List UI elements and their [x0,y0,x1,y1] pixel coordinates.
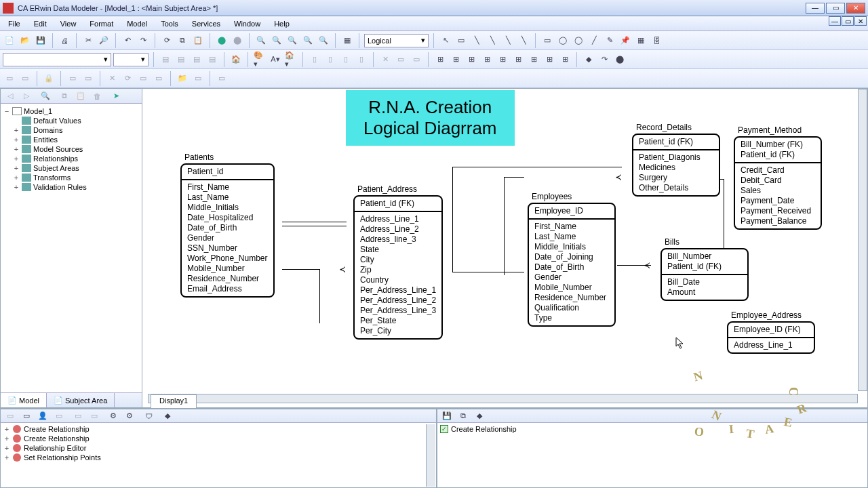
entity-employees[interactable]: Employees Employee_IDFirst_NameLast_Name… [528,192,616,327]
open-icon[interactable]: 📂 [18,34,32,47]
align-justify-icon[interactable]: ▤ [205,53,219,66]
sidebar-tab-model[interactable]: 📄Model [1,393,47,407]
redo-icon[interactable]: ↷ [136,34,150,47]
menu-window[interactable]: Window [229,18,266,29]
exp-paste-icon[interactable]: 📋 [74,89,87,103]
font-size-combo[interactable]: ▾ [113,53,149,66]
al-t9-icon[interactable]: 🛡 [142,409,155,423]
layout1-icon[interactable]: ⊞ [433,53,447,66]
tree-item[interactable]: +Model Sources [12,144,140,154]
tree-item[interactable]: +Entities [12,135,140,144]
save-icon[interactable]: 💾 [34,34,47,47]
exp-find-icon[interactable]: 🔍 [39,89,52,103]
tree-item[interactable]: +Transforms [12,173,140,182]
align-center-icon[interactable]: ▤ [174,53,188,66]
diagram-canvas[interactable]: R.N.A. Creation Logical Diagrram ≺ ≺ ≺ ≻ [148,89,858,391]
maximize-button[interactable]: ▭ [826,3,845,14]
al-t3-icon[interactable]: 👤 [36,409,50,423]
find-icon[interactable]: 🔎 [97,34,111,47]
subtype-tool-icon[interactable]: ╲ [517,34,530,47]
entity-bills[interactable]: Bills Bill_NumberPatient_id (FK)Bill_Dat… [660,237,749,301]
display-icon[interactable]: ▦ [340,34,354,47]
zoom-out-icon[interactable]: 🔍 [270,34,283,47]
action-log-vscroll[interactable] [426,424,435,487]
menu-tools[interactable]: Tools [155,18,184,29]
canvas-hscroll[interactable] [148,394,858,403]
cut-icon[interactable]: ✂ [81,34,95,47]
ungroup-icon[interactable]: ▯ [323,53,337,66]
linecolor-icon[interactable]: 🏠▾ [284,53,298,66]
t5-icon[interactable]: ✕ [105,72,119,85]
t3-icon[interactable]: ▭ [66,72,79,85]
bgcolor-icon[interactable]: 🎨▾ [253,53,267,66]
align-left-icon[interactable]: ▤ [159,53,172,66]
t2-icon[interactable]: ▭ [18,72,32,85]
al-t2-icon[interactable]: ▭ [20,409,33,423]
doc-restore-button[interactable]: ▭ [842,16,854,26]
view-mode-combo[interactable]: Logical▾ [364,34,429,47]
t1-icon[interactable]: ▭ [3,72,16,85]
print-icon[interactable]: 🖨 [58,34,71,47]
undo-icon[interactable]: ↶ [121,34,134,47]
nav3-icon[interactable]: ⬤ [613,53,627,66]
layout4-icon[interactable]: ⊞ [480,53,494,66]
sidebar-tab-subject[interactable]: 📄Subject Area [47,393,115,407]
entity-payment-method[interactable]: Payment_Method Bill_Number (FK)Patient_i… [734,125,822,230]
zoom-in-icon[interactable]: 🔍 [254,34,268,47]
entity-patient-address[interactable]: Patient_Address Patient_id (FK)Address_L… [353,184,443,340]
adv-copy-icon[interactable]: ⧉ [456,409,470,423]
adv-save-icon[interactable]: 💾 [440,409,454,423]
shape-line-icon[interactable]: ╱ [587,34,601,47]
advisory-item[interactable]: ✓ Create Relationship [439,424,866,434]
paste-icon[interactable]: 📋 [191,34,205,47]
run-green-icon[interactable]: ⬤ [215,34,229,47]
model-tree[interactable]: −Model_1 Default Values+Domains+Entities… [1,104,142,195]
entity-patients[interactable]: Patients Patient_idFirst_NameLast_NameMi… [180,152,275,298]
layout7-icon[interactable]: ⊞ [527,53,540,66]
rel-manymany-icon[interactable]: ╲ [501,34,515,47]
tree-root[interactable]: −Model_1 [2,106,140,116]
rel-identifying-icon[interactable]: ╲ [470,34,484,47]
align-right-icon[interactable]: ▤ [190,53,203,66]
canvas-tab-display1[interactable]: Display1 [151,394,197,408]
action-log-list[interactable]: +Create Relationship+Create Relationship… [1,423,436,487]
lock-icon[interactable]: 🔒 [42,72,56,85]
action-log-item[interactable]: +Set Relationship Points [2,453,435,462]
action-log-item[interactable]: +Create Relationship [2,424,435,434]
exp-fwd-icon[interactable]: ▷ [20,89,33,103]
zoom-100-icon[interactable]: 🔍 [301,34,315,47]
tree-item[interactable]: +Subject Areas [12,163,140,173]
advisories-list[interactable]: ✓ Create Relationship [437,423,867,487]
menu-format[interactable]: Format [84,18,119,29]
layout8-icon[interactable]: ⊞ [542,53,556,66]
tree-item[interactable]: +Domains [12,125,140,135]
bring-front-icon[interactable]: ▯ [339,53,353,66]
minimize-button[interactable]: — [806,3,825,14]
shape-db-icon[interactable]: 🗄 [650,34,663,47]
action-log-item[interactable]: +Create Relationship [2,434,435,443]
layout5-icon[interactable]: ⊞ [496,53,509,66]
layout9-icon[interactable]: ⊞ [558,53,572,66]
canvas-vscroll[interactable] [858,89,867,391]
fillcolor-icon[interactable]: 🏠 [229,53,243,66]
menu-services[interactable]: Services [186,18,226,29]
shape-roundrect-icon[interactable]: ◯ [556,34,570,47]
zoom-area-icon[interactable]: 🔍 [317,34,330,47]
font-family-combo[interactable]: ▾ [3,53,111,66]
tree-item[interactable]: +Validation Rules [12,182,140,192]
zoom-fit-icon[interactable]: 🔍 [285,34,299,47]
action-log-item[interactable]: +Relationship Editor [2,443,435,453]
t10-icon[interactable]: ▭ [191,72,205,85]
layout6-icon[interactable]: ⊞ [511,53,525,66]
fontcolor-icon[interactable]: A▾ [269,53,282,66]
group-icon[interactable]: ▯ [308,53,321,66]
exp-back-icon[interactable]: ◁ [3,89,17,103]
layout2-icon[interactable]: ⊞ [449,53,462,66]
menu-view[interactable]: View [55,18,82,29]
rel-nonidentifying-icon[interactable]: ╲ [486,34,499,47]
close-button[interactable]: ✕ [846,3,865,14]
menu-file[interactable]: File [3,18,26,29]
exp-go-icon[interactable]: ➤ [109,89,123,103]
doc-close-button[interactable]: ✕ [854,16,867,26]
nav2-icon[interactable]: ↷ [597,53,611,66]
